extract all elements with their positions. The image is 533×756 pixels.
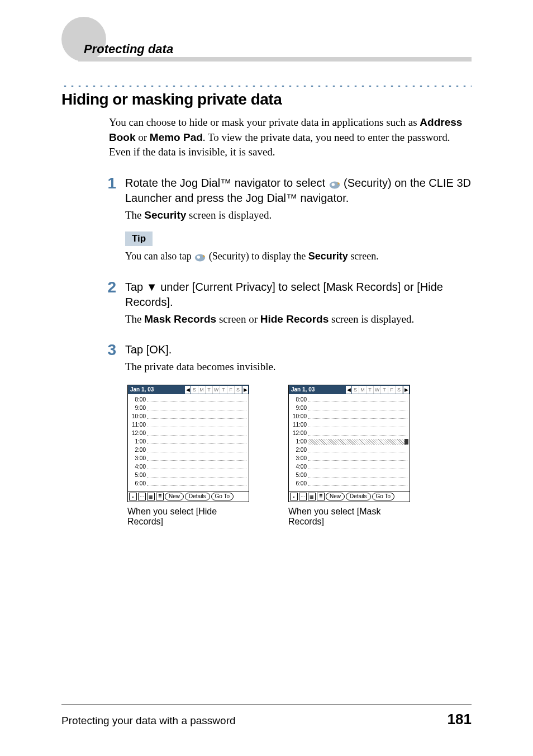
day[interactable]: F	[227, 386, 235, 394]
step-2: 2 Tap ▼ under [Current Privacy] to selec…	[105, 280, 472, 327]
schedule-line[interactable]	[147, 477, 246, 478]
screenshots: Jan 1, 03 ◀ S M T W T F S ▶ 8:00	[127, 385, 472, 527]
day[interactable]: T	[381, 386, 388, 394]
masked-record[interactable]	[308, 439, 407, 445]
day[interactable]: F	[388, 386, 396, 394]
intro-bold-2: Memo Pad	[150, 131, 203, 143]
view-icon-4[interactable]: ≣	[317, 493, 325, 500]
time: 4:00	[291, 464, 308, 470]
schedule-line[interactable]	[308, 477, 407, 478]
step-body: Tap ▼ under [Current Privacy] to select …	[125, 280, 472, 327]
step-3-sub: The private data becomes invisible.	[125, 360, 472, 375]
step-2-main: Tap ▼ under [Current Privacy] to select …	[125, 280, 472, 310]
day[interactable]: W	[374, 386, 381, 394]
goto-button[interactable]: Go To	[211, 493, 234, 500]
screenshot-mask: Jan 1, 03 ◀ S M T W T F S ▶ 8:00	[288, 385, 410, 527]
step-3: 3 Tap [OK]. The private data becomes inv…	[105, 342, 472, 375]
step-number: 2	[105, 280, 116, 295]
view-icon-1[interactable]: •	[129, 493, 137, 500]
schedule-line[interactable]	[147, 485, 246, 486]
schedule-line[interactable]	[308, 452, 407, 452]
schedule-line[interactable]	[147, 460, 246, 461]
schedule-line[interactable]	[147, 410, 246, 410]
new-button[interactable]: New	[326, 493, 345, 500]
palm-bottombar: • ⋯ ▦ ≣ New Details Go To	[128, 492, 249, 502]
screenshot-hide: Jan 1, 03 ◀ S M T W T F S ▶ 8:00	[127, 385, 249, 527]
schedule-line[interactable]	[308, 410, 407, 410]
schedule-line[interactable]	[147, 435, 246, 436]
schedule-line[interactable]	[308, 435, 407, 436]
tip-end: screen.	[348, 251, 379, 262]
nav-right-icon[interactable]: ▶	[242, 386, 248, 394]
palm-days: S M T W T F S	[352, 386, 403, 394]
page-number: 181	[448, 711, 472, 728]
view-icon-1[interactable]: •	[290, 493, 298, 500]
schedule-line[interactable]	[147, 452, 246, 452]
time: 9:00	[130, 405, 147, 411]
day[interactable]: T	[367, 386, 374, 394]
view-icon-2[interactable]: ⋯	[138, 493, 146, 500]
day[interactable]: S	[235, 386, 242, 394]
tip-label: Tip	[125, 231, 153, 246]
time: 12:00	[291, 430, 308, 436]
nav-left-icon[interactable]: ◀	[346, 386, 351, 394]
palm-titlebar: Jan 1, 03 ◀ S M T W T F S ▶	[289, 385, 410, 394]
view-icon-3[interactable]: ▦	[147, 493, 155, 500]
day[interactable]: S	[191, 386, 198, 394]
day[interactable]: M	[198, 386, 206, 394]
step-1: 1 Rotate the Jog Dial™ navigator to sele…	[105, 176, 472, 264]
details-button[interactable]: Details	[346, 493, 371, 500]
new-button[interactable]: New	[165, 493, 184, 500]
security-lock-icon	[329, 178, 341, 190]
day[interactable]: M	[359, 386, 367, 394]
schedule-line[interactable]	[308, 485, 407, 486]
schedule-line[interactable]	[308, 469, 407, 469]
schedule-line[interactable]	[147, 427, 246, 427]
svg-point-3	[197, 256, 200, 259]
day[interactable]: S	[396, 386, 403, 394]
footer-title: Protecting your data with a password	[61, 715, 236, 727]
schedule-line[interactable]	[308, 460, 407, 461]
view-icon-3[interactable]: ▦	[308, 493, 316, 500]
time: 3:00	[291, 455, 308, 461]
schedule-line[interactable]	[308, 427, 407, 427]
step-1-sub-after: screen is displayed.	[186, 209, 272, 221]
schedule-line[interactable]	[147, 469, 246, 469]
tip-text: You can also tap (Security) to display t…	[125, 249, 472, 263]
schedule-line[interactable]	[308, 401, 407, 402]
section-heading: Hiding or masking private data	[61, 91, 472, 108]
tip-before-icon: You can also tap	[125, 251, 194, 262]
nav-left-icon[interactable]: ◀	[185, 386, 191, 394]
intro-text-1: You can choose to hide or mask your priv…	[109, 116, 420, 128]
step-1-main-before: Rotate the Jog Dial™ navigator to select	[125, 177, 329, 189]
schedule-line[interactable]	[147, 443, 246, 444]
goto-button[interactable]: Go To	[372, 493, 395, 500]
step-body: Tap [OK]. The private data becomes invis…	[125, 342, 472, 375]
details-button[interactable]: Details	[185, 493, 210, 500]
schedule-line[interactable]	[147, 401, 246, 402]
nav-right-icon[interactable]: ▶	[403, 386, 409, 394]
step-body: Rotate the Jog Dial™ navigator to select…	[125, 176, 472, 264]
step-2-sub-1: The	[125, 313, 144, 325]
time: 11:00	[130, 422, 147, 428]
day[interactable]: W	[213, 386, 220, 394]
step-2-sub-mid: screen or	[216, 313, 260, 325]
day[interactable]: S	[352, 386, 359, 394]
palm-rows: 8:00 9:00 10:00 11:00 12:00 1:00 2:00 3:…	[289, 394, 410, 492]
security-lock-icon	[194, 252, 206, 263]
view-icon-4[interactable]: ≣	[156, 493, 164, 500]
day[interactable]: T	[220, 386, 227, 394]
schedule-line[interactable]	[147, 418, 246, 419]
time: 11:00	[291, 422, 308, 428]
day[interactable]: T	[206, 386, 213, 394]
caption-hide: When you select [Hide Records]	[127, 507, 249, 527]
palm-date: Jan 1, 03	[128, 386, 156, 393]
step-2-sub: The Mask Records screen or Hide Records …	[125, 312, 472, 327]
header-title: Protecting data	[84, 42, 173, 56]
time: 4:00	[130, 464, 147, 470]
schedule-line[interactable]	[308, 418, 407, 419]
time: 6:00	[291, 480, 308, 486]
time: 1:00	[130, 438, 147, 445]
tip-bold: Security	[308, 251, 348, 262]
view-icon-2[interactable]: ⋯	[299, 493, 307, 500]
